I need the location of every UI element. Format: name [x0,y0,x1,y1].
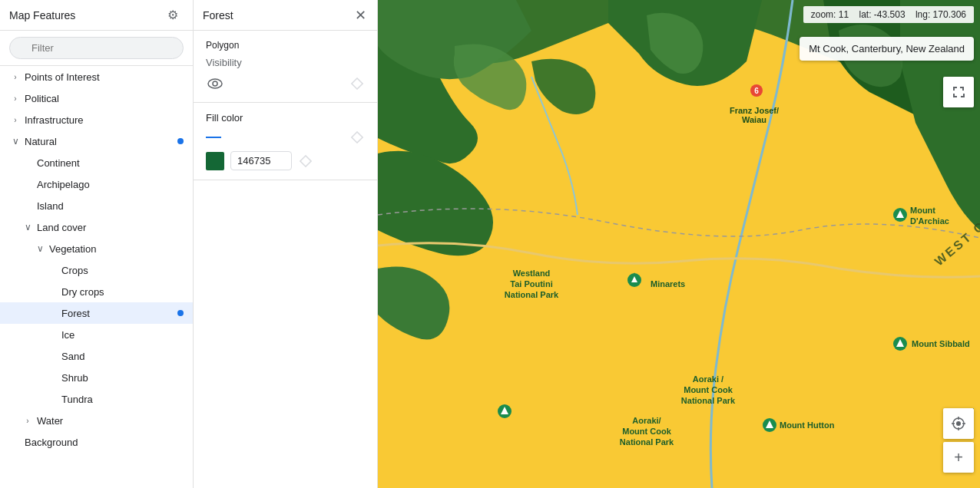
svg-text:National Park: National Park [505,290,559,299]
sidebar-item-infrastructure[interactable]: › Infrastructure [0,109,193,130]
chevron-right-icon: › [9,71,22,83]
svg-text:Franz Josef/: Franz Josef/ [730,106,779,115]
map-controls: + [943,408,974,473]
sidebar-item-label: Sand [61,351,184,362]
svg-text:Mount Sibbald: Mount Sibbald [912,339,970,348]
svg-text:Minarets: Minarets [651,279,685,289]
svg-point-40 [956,421,961,426]
svg-text:Waiau: Waiau [742,115,766,124]
sidebar-item-ice[interactable]: Ice [0,324,193,345]
opacity-diamond-icon[interactable] [349,76,365,91]
lat-value: -43.503 [874,9,906,20]
svg-point-0 [208,79,222,88]
visibility-label: Visibility [206,57,365,68]
fill-diamond-icon[interactable] [349,130,365,145]
sidebar-item-archipelago[interactable]: Archipelago [0,173,193,195]
spacer [46,264,58,276]
sidebar-item-label: Shrub [61,372,184,384]
svg-text:Mount Cook: Mount Cook [622,427,671,436]
spacer [46,393,58,405]
spacer [9,436,22,448]
sidebar-item-label: Island [37,200,184,212]
zoom-label: zoom: [811,9,836,20]
sidebar-header: Map Features ⚙ [0,0,193,31]
chevron-right-icon: › [9,114,22,126]
color-input-row: 146735 [206,151,365,170]
sidebar-item-label: Infrastructure [25,114,184,126]
sidebar-item-label: Political [25,93,184,104]
map-info-bar: zoom: 11 lat: -43.503 lng: 170.306 [803,6,974,23]
filter-input[interactable] [9,37,184,59]
nav-items: › Points of Interest › Political › Infra… [0,66,193,488]
detail-title: Forest [203,9,233,21]
detail-panel: Forest ✕ Polygon Visibility Fill color [194,0,378,488]
sidebar-item-background[interactable]: Background [0,431,193,453]
color-hex-input[interactable]: 146735 [230,151,292,170]
svg-text:Tai Poutini: Tai Poutini [510,279,552,289]
spacer [22,178,34,190]
zoom-in-button[interactable]: + [943,442,974,473]
lng-label: lng: [915,9,930,20]
sidebar-item-water[interactable]: › Water [0,410,193,431]
visibility-row [206,74,365,93]
sidebar-item-forest[interactable]: Forest [0,302,193,324]
svg-text:National Park: National Park [681,396,736,405]
svg-rect-2 [352,78,363,89]
sidebar-item-land-cover[interactable]: ∨ Land cover [0,216,193,238]
sidebar-item-shrub[interactable]: Shrub [0,367,193,388]
sidebar-item-label: Forest [61,308,177,319]
color-diamond-icon[interactable] [298,153,313,169]
spacer [46,285,58,298]
locate-button[interactable] [943,408,974,439]
sidebar-item-island[interactable]: Island [0,195,193,216]
svg-text:National Park: National Park [620,437,674,447]
sidebar-item-vegetation[interactable]: ∨ Vegetation [0,238,193,259]
sidebar-item-label: Natural [25,136,177,147]
sidebar-item-label: Ice [61,329,184,341]
spacer [46,371,58,384]
sidebar-item-label: Land cover [37,222,184,233]
sidebar-item-political[interactable]: › Political [0,87,193,109]
svg-text:Aoraki /: Aoraki / [693,374,723,384]
modified-dot [177,138,184,144]
svg-text:D'Archiac: D'Archiac [910,216,949,226]
zoom-value: 11 [839,9,849,20]
svg-text:Mount: Mount [910,206,935,215]
sidebar-item-sand[interactable]: Sand [0,345,193,367]
svg-text:Westland: Westland [513,269,551,278]
spacer [46,350,58,362]
spacer [22,199,34,212]
sidebar-item-dry-crops[interactable]: Dry crops [0,281,193,302]
sidebar-item-crops[interactable]: Crops [0,259,193,281]
location-name: Mt Cook, Canterbury, New Zealand [809,43,965,54]
sidebar-item-label: Water [37,415,184,427]
sidebar-item-label: Vegetation [49,243,184,255]
chevron-down-icon: ∨ [34,242,46,255]
sidebar-item-continent[interactable]: Continent [0,152,193,173]
svg-text:Mount Cook: Mount Cook [684,385,733,394]
lng-value: 170.306 [933,9,966,20]
fill-color-section: Fill color 146735 [194,103,377,180]
sidebar-item-natural[interactable]: ∨ Natural [0,130,193,152]
eye-icon[interactable] [206,74,224,93]
sidebar-title: Map Features [9,9,75,21]
close-icon: ✕ [355,7,366,24]
settings-button[interactable]: ⚙ [162,5,184,26]
sidebar-item-tundra[interactable]: Tundra [0,388,193,410]
expand-button[interactable] [943,77,974,107]
sidebar-item-label: Crops [61,265,184,276]
sidebar-item-points-of-interest[interactable]: › Points of Interest [0,66,193,87]
svg-text:6: 6 [754,87,759,95]
expand-icon [952,85,965,99]
spacer [46,307,58,319]
map-area[interactable]: Franz Josef/ Waiau 6 WEST COAST WEST COA… [378,0,980,488]
close-button[interactable]: ✕ [353,5,368,25]
sidebar-item-label: Points of Interest [25,71,184,83]
detail-header: Forest ✕ [194,0,377,31]
locate-icon [951,416,966,431]
spacer [22,157,34,169]
color-swatch[interactable] [206,152,224,170]
sidebar-item-label: Continent [37,157,184,169]
location-badge: Mt Cook, Canterbury, New Zealand [800,37,974,61]
modified-dot [177,310,184,316]
